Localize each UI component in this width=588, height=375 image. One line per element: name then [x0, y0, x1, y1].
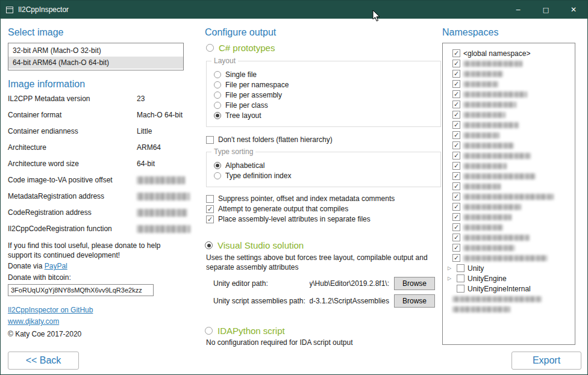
flatten-checkbox-row[interactable]: Don't nest folders (flatten hierarchy): [206, 135, 435, 144]
layout-option-row[interactable]: File per assembly: [214, 91, 434, 99]
radio-icon[interactable]: [214, 102, 221, 109]
namespace-row[interactable]: ▷UnityEngine: [446, 273, 572, 284]
namespace-row[interactable]: ✓: [446, 150, 572, 161]
checkbox-icon[interactable]: ✓: [452, 60, 460, 67]
expander-icon[interactable]: ▷: [448, 276, 454, 281]
radio-icon[interactable]: [205, 241, 213, 249]
layout-option-row[interactable]: Single file: [214, 70, 434, 79]
checkbox-icon[interactable]: ✓: [452, 193, 460, 200]
github-link[interactable]: Il2CppInspector on GitHub: [8, 306, 93, 314]
checkbox-icon[interactable]: ✓: [452, 152, 460, 160]
checkbox-icon[interactable]: ✓: [452, 111, 460, 119]
checkbox-icon[interactable]: ✓: [452, 131, 460, 139]
checkbox-icon[interactable]: ✓: [452, 234, 460, 241]
type-sorting-option-row[interactable]: Type definition index: [214, 172, 434, 180]
checkbox-icon[interactable]: ✓: [452, 70, 460, 78]
minimize-icon[interactable]: ─: [504, 1, 532, 19]
checkbox-icon[interactable]: ✓: [452, 49, 460, 57]
namespace-row[interactable]: ✓: [446, 222, 572, 232]
namespace-row[interactable]: ✓: [446, 89, 572, 99]
checkbox-icon[interactable]: ✓: [452, 162, 460, 170]
namespace-row[interactable]: ✓: [446, 79, 572, 89]
namespace-row[interactable]: ✓: [446, 58, 572, 69]
namespace-row[interactable]: ✓: [446, 181, 572, 191]
namespace-row[interactable]: ✓: [446, 202, 572, 212]
browse-button[interactable]: Browse: [394, 277, 435, 290]
radio-icon[interactable]: [214, 71, 221, 78]
namespace-row[interactable]: ✓: [446, 191, 572, 202]
namespace-row[interactable]: ✓: [446, 110, 572, 120]
checkbox-icon[interactable]: ✓: [452, 254, 460, 262]
namespace-row[interactable]: ✓: [446, 161, 572, 171]
donate-block: If you find this tool useful, please don…: [8, 241, 184, 296]
checkbox-icon[interactable]: ✓: [452, 223, 460, 231]
layout-option-row[interactable]: File per class: [214, 101, 434, 110]
redacted-text: [137, 193, 190, 200]
namespace-row[interactable]: ✓: [446, 171, 572, 181]
checkbox-icon[interactable]: ✓: [452, 80, 460, 88]
checkbox-icon[interactable]: [457, 274, 464, 282]
radio-icon[interactable]: [214, 162, 221, 169]
browse-button[interactable]: Browse: [394, 294, 435, 308]
close-icon[interactable]: ✕: [560, 1, 587, 19]
maximize-icon[interactable]: □: [532, 1, 560, 19]
website-link[interactable]: www.djkaty.com: [8, 317, 59, 326]
namespace-row[interactable]: ✓: [446, 130, 572, 140]
layout-option-row[interactable]: File per namespace: [214, 81, 434, 89]
paypal-link[interactable]: PayPal: [45, 262, 67, 270]
radio-icon[interactable]: [214, 91, 221, 99]
csharp-prototypes-radio-row[interactable]: C# prototypes: [206, 43, 435, 53]
radio-icon[interactable]: [214, 172, 221, 179]
layout-option-row[interactable]: Tree layout: [214, 111, 434, 120]
back-button[interactable]: << Back: [8, 352, 79, 370]
namespace-row[interactable]: ✓: [446, 232, 572, 243]
namespace-row[interactable]: ✓<global namespace>: [446, 48, 572, 58]
checkbox-icon[interactable]: [206, 136, 214, 144]
radio-icon[interactable]: [214, 112, 221, 119]
checkbox-icon[interactable]: [457, 285, 464, 293]
namespace-row[interactable]: ✓: [446, 212, 572, 222]
image-list-item[interactable]: 32-bit ARM (Mach-O 32-bit): [8, 45, 183, 57]
idapython-radio-row[interactable]: IDAPython script: [205, 326, 435, 336]
namespaces-heading: Namespaces: [442, 27, 580, 38]
namespace-row[interactable]: [446, 304, 572, 314]
image-list-item[interactable]: 64-bit ARM64 (Mach-O 64-bit): [8, 57, 183, 69]
namespace-row[interactable]: [446, 294, 572, 304]
checkbox-icon[interactable]: ✓: [452, 141, 460, 149]
output-checkbox-row[interactable]: ✓Attempt to generate output that compile…: [206, 205, 435, 213]
idapython-section: IDAPython script No configuration requir…: [205, 326, 435, 347]
checkbox-icon[interactable]: ✓: [206, 205, 214, 213]
checkbox-icon[interactable]: ✓: [452, 244, 460, 252]
checkbox-icon[interactable]: ✓: [452, 203, 460, 211]
namespace-row[interactable]: UnityEngineInternal: [446, 284, 572, 294]
checkbox-icon[interactable]: ✓: [452, 101, 460, 108]
namespace-row[interactable]: ✓: [446, 253, 572, 263]
namespace-row[interactable]: ✓: [446, 140, 572, 150]
output-checkbox-row[interactable]: ✓Place assembly-level attributes in sepa…: [206, 215, 435, 223]
redacted-text: [463, 112, 505, 118]
radio-icon[interactable]: [205, 327, 213, 335]
checkbox-icon[interactable]: ✓: [452, 121, 460, 129]
checkbox-icon[interactable]: [206, 195, 214, 203]
checkbox-icon[interactable]: ✓: [452, 182, 460, 190]
checkbox-icon[interactable]: ✓: [452, 90, 460, 98]
radio-icon[interactable]: [214, 81, 221, 88]
type-sorting-option-row[interactable]: Alphabetical: [214, 161, 434, 170]
vs-path-rows: Unity editor path::\Unity\Hub\Editor\201…: [213, 277, 435, 308]
namespace-row[interactable]: ✓: [446, 99, 572, 110]
output-checkbox-row[interactable]: Suppress pointer, offset and index metad…: [206, 194, 435, 203]
info-label: CodeRegistration address: [8, 208, 137, 217]
visual-studio-radio-row[interactable]: Visual Studio solution: [205, 240, 435, 250]
namespace-row[interactable]: ✓: [446, 243, 572, 253]
checkbox-icon[interactable]: ✓: [206, 215, 214, 223]
namespace-row[interactable]: ✓: [446, 120, 572, 130]
checkbox-icon[interactable]: ✓: [452, 172, 460, 180]
radio-icon[interactable]: [206, 44, 214, 52]
namespace-row[interactable]: ▷Unity: [446, 263, 572, 273]
namespace-row[interactable]: ✓: [446, 69, 572, 79]
checkbox-icon[interactable]: ✓: [452, 213, 460, 221]
expander-icon[interactable]: ▷: [448, 265, 454, 271]
bitcoin-address-input[interactable]: [8, 284, 154, 296]
checkbox-icon[interactable]: [457, 264, 464, 272]
export-button[interactable]: Export: [511, 352, 581, 370]
